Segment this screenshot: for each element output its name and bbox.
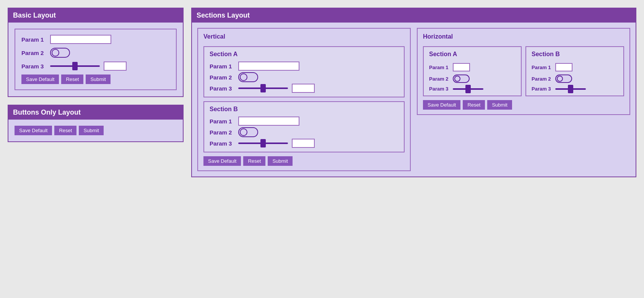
vertical-b-param2-toggle[interactable] <box>238 127 258 137</box>
horizontal-section-title: Horizontal <box>423 33 624 42</box>
basic-layout-panel: Basic Layout Param 1 Param 2 Param 3 <box>8 8 184 97</box>
h-b-param3-slider-thumb[interactable] <box>568 85 573 93</box>
horizontal-cols-container: Section A Param 1 Param 2 Param 3 <box>423 46 624 96</box>
horizontal-section-a-title: Section A <box>429 51 516 60</box>
h-b-param3-slider-container <box>555 88 586 90</box>
basic-param2-row: Param 2 <box>21 48 170 58</box>
vertical-section-b: Section B Param 1 Param 2 Param 3 <box>203 101 405 152</box>
h-a-param3-slider-container <box>453 88 483 90</box>
vertical-reset-button[interactable]: Reset <box>243 156 265 166</box>
vertical-a-param3-label: Param 3 <box>210 85 234 92</box>
vertical-b-param3-row: Param 3 <box>210 139 398 148</box>
vertical-a-param1-input[interactable] <box>238 62 299 71</box>
buttons-only-reset-button[interactable]: Reset <box>54 126 76 135</box>
vertical-b-param3-slider-track[interactable] <box>238 143 288 144</box>
buttons-only-save-default-button[interactable]: Save Default <box>15 126 52 135</box>
horizontal-section-b-title: Section B <box>532 51 618 60</box>
horizontal-section-b: Section B Param 1 Param 2 Param 3 <box>525 46 624 96</box>
h-a-param1-label: Param 1 <box>429 65 449 70</box>
basic-param2-label: Param 2 <box>21 50 46 56</box>
horizontal-submit-button[interactable]: Submit <box>487 100 512 110</box>
h-a-param2-toggle[interactable] <box>453 74 470 83</box>
sections-layout-panel: Sections Layout Vertical Section A Param… <box>191 8 636 177</box>
h-a-param2-row: Param 2 <box>429 74 516 83</box>
basic-param2-toggle-knob <box>52 49 59 57</box>
vertical-section-a: Section A Param 1 Param 2 Param 3 <box>203 46 405 97</box>
horizontal-save-default-button[interactable]: Save Default <box>423 100 460 110</box>
h-b-param1-input[interactable] <box>555 63 572 71</box>
vertical-a-param3-slider-track[interactable] <box>238 87 288 89</box>
h-a-param3-row: Param 3 <box>429 86 516 92</box>
h-b-param1-row: Param 1 <box>532 63 618 71</box>
basic-param3-label: Param 3 <box>21 63 46 70</box>
vertical-a-param3-row: Param 3 <box>210 84 398 93</box>
vertical-a-param2-toggle[interactable] <box>238 72 258 82</box>
basic-param3-value-input[interactable] <box>104 62 127 71</box>
basic-reset-button[interactable]: Reset <box>61 74 83 84</box>
h-a-param1-row: Param 1 <box>429 63 516 71</box>
vertical-b-param3-label: Param 3 <box>210 140 234 147</box>
vertical-a-param1-row: Param 1 <box>210 62 398 71</box>
horizontal-reset-button[interactable]: Reset <box>463 100 485 110</box>
vertical-b-param2-row: Param 2 <box>210 127 398 137</box>
vertical-submit-button[interactable]: Submit <box>268 156 292 166</box>
horizontal-section: Horizontal Section A Param 1 Param 2 <box>417 28 630 115</box>
basic-param1-input[interactable] <box>50 35 111 44</box>
vertical-a-param3-value-input[interactable] <box>292 84 315 93</box>
vertical-section: Vertical Section A Param 1 Param 2 Param… <box>197 28 411 171</box>
vertical-a-param3-slider-thumb[interactable] <box>260 84 266 92</box>
h-a-param3-slider-thumb[interactable] <box>465 85 471 93</box>
basic-param3-slider-thumb[interactable] <box>72 62 78 70</box>
buttons-only-buttons: Save Default Reset Submit <box>15 126 177 135</box>
h-b-param3-label: Param 3 <box>532 86 551 92</box>
vertical-section-title: Vertical <box>203 33 405 42</box>
h-b-param2-toggle-knob <box>557 76 563 82</box>
vertical-a-param1-label: Param 1 <box>210 63 234 70</box>
h-b-param3-slider-track[interactable] <box>555 88 586 90</box>
buttons-only-submit-button[interactable]: Submit <box>79 126 103 135</box>
vertical-b-param3-slider-thumb[interactable] <box>260 139 266 147</box>
basic-layout-title: Basic Layout <box>8 8 183 23</box>
basic-layout-inner: Param 1 Param 2 Param 3 <box>15 29 177 90</box>
h-a-param3-label: Param 3 <box>429 86 449 92</box>
basic-param1-label: Param 1 <box>21 36 46 43</box>
vertical-a-param2-label: Param 2 <box>210 74 234 81</box>
basic-param3-slider-track[interactable] <box>50 65 100 67</box>
buttons-only-panel: Buttons Only Layout Save Default Reset S… <box>8 105 184 142</box>
vertical-b-param2-toggle-knob <box>240 128 247 136</box>
basic-submit-button[interactable]: Submit <box>86 74 110 84</box>
sections-layout-title: Sections Layout <box>192 8 636 23</box>
basic-param1-row: Param 1 <box>21 35 170 44</box>
vertical-b-param3-slider-container <box>238 143 288 144</box>
horizontal-buttons: Save Default Reset Submit <box>423 100 624 110</box>
h-a-param2-label: Param 2 <box>429 76 449 82</box>
buttons-only-title: Buttons Only Layout <box>8 105 183 120</box>
h-b-param2-row: Param 2 <box>532 74 618 83</box>
basic-param3-row: Param 3 <box>21 62 170 71</box>
h-a-param2-toggle-knob <box>454 76 460 82</box>
vertical-a-param3-slider-container <box>238 87 288 89</box>
vertical-b-param1-label: Param 1 <box>210 118 234 125</box>
horizontal-section-a: Section A Param 1 Param 2 Param 3 <box>423 46 522 96</box>
h-b-param1-label: Param 1 <box>532 65 551 70</box>
vertical-section-b-title: Section B <box>210 106 398 115</box>
vertical-b-param1-row: Param 1 <box>210 117 398 126</box>
vertical-b-param3-value-input[interactable] <box>292 139 315 148</box>
vertical-save-default-button[interactable]: Save Default <box>203 156 241 166</box>
vertical-a-param2-toggle-knob <box>240 73 247 81</box>
vertical-a-param2-row: Param 2 <box>210 72 398 82</box>
vertical-section-a-title: Section A <box>210 51 398 60</box>
basic-save-default-button[interactable]: Save Default <box>21 74 59 84</box>
basic-param2-toggle[interactable] <box>50 48 70 58</box>
basic-layout-buttons: Save Default Reset Submit <box>21 74 170 84</box>
basic-param3-slider-container <box>50 65 100 67</box>
h-b-param3-row: Param 3 <box>532 86 618 92</box>
h-b-param2-toggle[interactable] <box>555 74 572 83</box>
h-a-param3-slider-track[interactable] <box>453 88 483 90</box>
vertical-b-param2-label: Param 2 <box>210 129 234 136</box>
vertical-b-param1-input[interactable] <box>238 117 299 126</box>
h-b-param2-label: Param 2 <box>532 76 551 82</box>
h-a-param1-input[interactable] <box>453 63 470 71</box>
vertical-buttons: Save Default Reset Submit <box>203 156 405 166</box>
